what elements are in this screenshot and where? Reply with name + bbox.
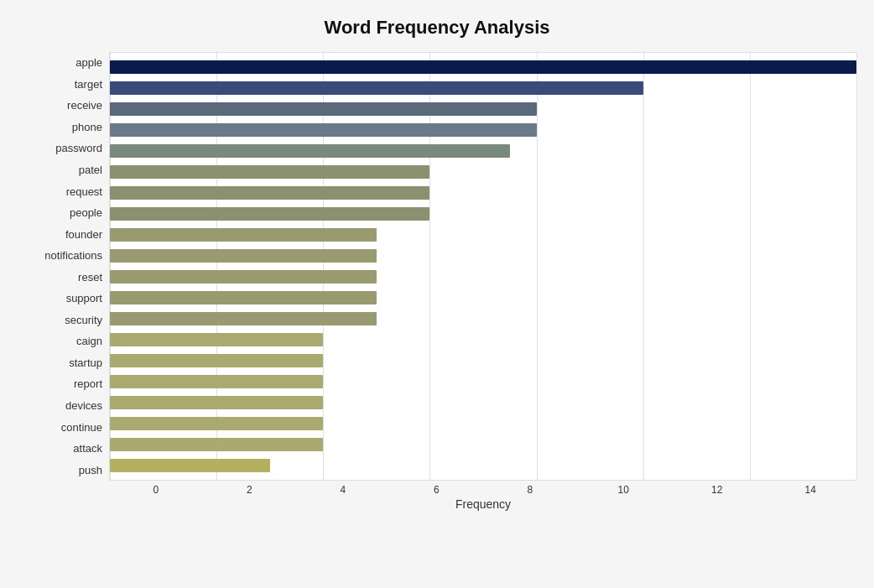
y-label-devices: devices bbox=[65, 400, 102, 411]
x-tick-14: 14 bbox=[764, 484, 858, 496]
y-label-receive: receive bbox=[67, 100, 102, 111]
y-label-startup: startup bbox=[69, 357, 102, 368]
y-label-notifications: notifications bbox=[44, 250, 102, 261]
bar-continue bbox=[110, 417, 323, 430]
bar-row-patel bbox=[110, 161, 856, 182]
bar-people bbox=[110, 207, 429, 221]
y-label-founder: founder bbox=[65, 229, 102, 240]
bar-receive bbox=[110, 102, 537, 116]
x-tick-0: 0 bbox=[109, 484, 203, 496]
y-label-caign: caign bbox=[76, 336, 102, 346]
bar-founder bbox=[110, 228, 377, 242]
grid-line-14 bbox=[856, 53, 857, 480]
bar-row-people bbox=[110, 203, 856, 224]
y-label-push: push bbox=[79, 465, 102, 476]
y-label-patel: patel bbox=[79, 164, 102, 175]
bar-row-caign bbox=[110, 330, 856, 351]
bar-row-target bbox=[110, 77, 856, 98]
bar-password bbox=[110, 144, 510, 158]
y-label-phone: phone bbox=[72, 122, 102, 133]
x-tick-4: 4 bbox=[296, 484, 390, 496]
chart-container: Word Frequency Analysis appletargetrecei… bbox=[0, 0, 874, 588]
x-tick-2: 2 bbox=[203, 484, 297, 496]
y-label-reset: reset bbox=[78, 272, 102, 283]
bar-row-devices bbox=[110, 393, 856, 414]
bar-row-startup bbox=[110, 351, 856, 372]
bar-row-attack bbox=[110, 434, 856, 455]
chart-title: Word Frequency Analysis bbox=[17, 17, 857, 39]
bar-row-password bbox=[110, 140, 856, 161]
bar-startup bbox=[110, 354, 323, 367]
bar-support bbox=[110, 291, 377, 304]
bar-row-continue bbox=[110, 414, 856, 434]
y-label-report: report bbox=[74, 378, 102, 389]
bar-request bbox=[110, 186, 429, 200]
y-label-attack: attack bbox=[73, 443, 102, 454]
y-label-security: security bbox=[65, 315, 102, 325]
bar-attack bbox=[110, 438, 323, 451]
bar-apple bbox=[110, 60, 856, 74]
bar-row-receive bbox=[110, 98, 856, 119]
x-tick-10: 10 bbox=[577, 484, 671, 496]
bar-caign bbox=[110, 333, 323, 346]
y-label-continue: continue bbox=[61, 422, 102, 433]
bar-notifications bbox=[110, 249, 377, 263]
plot-area bbox=[109, 52, 857, 481]
y-label-support: support bbox=[66, 293, 102, 304]
y-label-request: request bbox=[66, 186, 102, 197]
bar-row-phone bbox=[110, 119, 856, 140]
bar-patel bbox=[110, 165, 429, 179]
bar-row-push bbox=[110, 455, 856, 476]
bar-reset bbox=[110, 270, 377, 284]
bar-row-request bbox=[110, 182, 856, 203]
bar-row-founder bbox=[110, 224, 856, 245]
y-label-target: target bbox=[75, 79, 102, 90]
bar-row-report bbox=[110, 372, 856, 393]
bar-row-apple bbox=[110, 56, 856, 77]
bar-target bbox=[110, 81, 643, 95]
y-label-people: people bbox=[70, 207, 102, 218]
bar-report bbox=[110, 375, 323, 388]
x-axis-title: Frequency bbox=[109, 497, 857, 511]
x-tick-12: 12 bbox=[670, 484, 764, 496]
bar-row-security bbox=[110, 309, 856, 330]
bar-phone bbox=[110, 123, 537, 137]
bar-security bbox=[110, 312, 377, 325]
bar-row-reset bbox=[110, 266, 856, 287]
y-label-password: password bbox=[55, 143, 102, 154]
chart-area: appletargetreceivephonepasswordpatelrequ… bbox=[17, 52, 857, 481]
bar-row-notifications bbox=[110, 245, 856, 266]
y-label-apple: apple bbox=[75, 57, 102, 68]
x-tick-6: 6 bbox=[390, 484, 484, 496]
y-axis: appletargetreceivephonepasswordpatelrequ… bbox=[17, 52, 109, 481]
x-tick-8: 8 bbox=[483, 484, 577, 496]
bar-push bbox=[110, 459, 270, 472]
x-axis: 02468101214 Frequency bbox=[109, 481, 857, 514]
bar-row-support bbox=[110, 288, 856, 309]
bar-devices bbox=[110, 396, 323, 409]
